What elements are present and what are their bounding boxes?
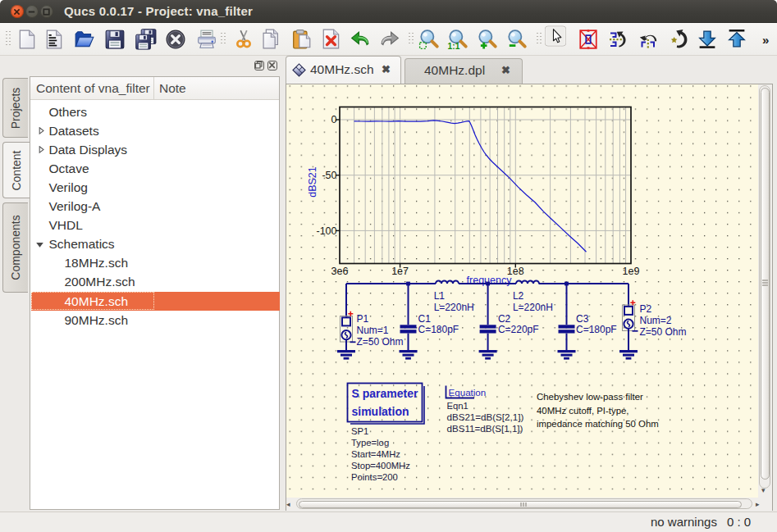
- svg-text:0: 0: [331, 114, 337, 125]
- svg-text:Chebyshev low-pass filter: Chebyshev low-pass filter: [537, 392, 643, 402]
- svg-text:1e9: 1e9: [623, 266, 640, 277]
- svg-text:dBS21=dB(S[2,1]): dBS21=dB(S[2,1]): [447, 412, 524, 422]
- svg-text:1:1: 1:1: [448, 42, 460, 50]
- svg-text:Type=log: Type=log: [351, 438, 389, 448]
- svg-text:Z=50 Ohm: Z=50 Ohm: [357, 336, 404, 348]
- svg-text:Z=50 Ohm: Z=50 Ohm: [640, 326, 687, 338]
- svg-text:L=220nH: L=220nH: [434, 302, 474, 313]
- svg-text:L=220nH: L=220nH: [513, 302, 553, 313]
- svg-text:Num=2: Num=2: [640, 315, 672, 326]
- svg-text:L2: L2: [513, 290, 524, 302]
- svg-text:Points=200: Points=200: [351, 472, 398, 482]
- svg-text:1e7: 1e7: [391, 266, 409, 277]
- svg-text:dBS21: dBS21: [307, 166, 318, 198]
- svg-text:Equation: Equation: [449, 387, 487, 398]
- svg-text:P1: P1: [357, 313, 369, 325]
- svg-text:C=220pF: C=220pF: [498, 324, 539, 335]
- svg-text:C3: C3: [576, 313, 589, 325]
- svg-text:Eqn1: Eqn1: [447, 401, 468, 411]
- svg-text:40MHz cutoff, PI-type,: 40MHz cutoff, PI-type,: [537, 406, 628, 416]
- svg-text:L1: L1: [434, 290, 446, 302]
- svg-text:P2: P2: [640, 303, 652, 315]
- svg-text:S parameter: S parameter: [352, 387, 418, 400]
- svg-text:C2: C2: [498, 313, 511, 325]
- svg-text:simulation: simulation: [352, 405, 409, 418]
- svg-text:C1: C1: [418, 313, 432, 325]
- svg-text:C=180pF: C=180pF: [576, 324, 617, 335]
- svg-text:impedance matching 50 Ohm: impedance matching 50 Ohm: [537, 419, 659, 429]
- svg-text:Start=4MHz: Start=4MHz: [351, 449, 400, 459]
- svg-text:C=180pF: C=180pF: [418, 324, 459, 335]
- svg-text:-50: -50: [322, 170, 336, 181]
- svg-text:3e6: 3e6: [331, 266, 349, 277]
- svg-text:SP1: SP1: [351, 426, 368, 436]
- svg-text:-100: -100: [316, 225, 336, 237]
- svg-text:Num=1: Num=1: [357, 325, 389, 336]
- svg-text:dBS11=dB(S[1,1]): dBS11=dB(S[1,1]): [447, 423, 523, 434]
- svg-text:Stop=400MHz: Stop=400MHz: [351, 461, 410, 471]
